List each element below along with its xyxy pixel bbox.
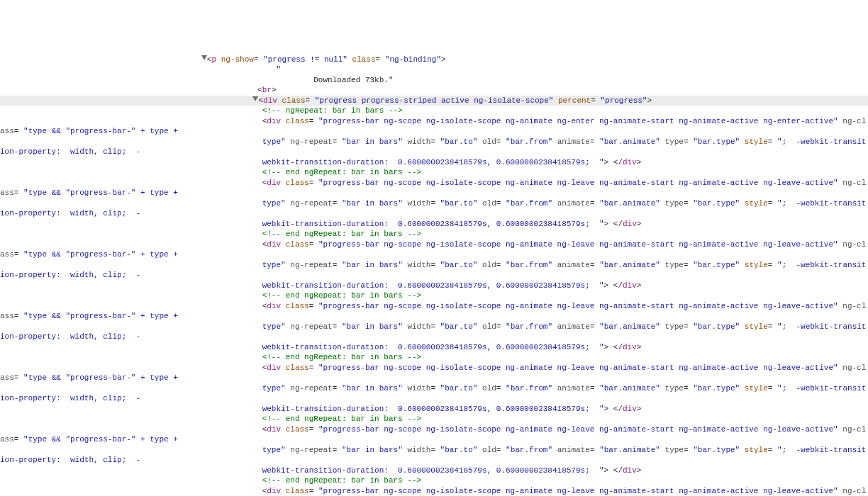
attr-value: webkit-transition-duration: 0.6000000238…	[262, 343, 604, 351]
attr-name: ng-repeat	[290, 261, 332, 269]
dom-tree-row[interactable]: <div class= "progress-bar ng-scope ng-is…	[0, 301, 868, 322]
dom-tree-row[interactable]: <div class= "progress-bar ng-scope ng-is…	[0, 424, 868, 445]
attr-name: width	[407, 322, 430, 331]
html-comment: <!-- end ngRepeat: bar in bars -->	[262, 415, 421, 423]
punct: =	[14, 312, 19, 320]
dom-tree-row[interactable]: <!-- end ngRepeat: bar in bars -->	[0, 291, 868, 301]
punct: =	[309, 487, 314, 495]
attr-value: type"	[262, 261, 286, 269]
dom-tree-row[interactable]: webkit-transition-duration: 0.6000000238…	[0, 157, 868, 168]
attr-value: +	[173, 435, 178, 444]
dom-tree-row[interactable]: <!-- end ngRepeat: bar in bars -->	[0, 352, 868, 363]
attr-value: "type && "progress-bar-" + type	[23, 312, 169, 320]
punct: =	[14, 188, 19, 197]
dom-tree-row[interactable]: <!-- end ngRepeat: bar in bars -->	[0, 229, 868, 239]
tag-name: div	[623, 405, 637, 413]
attr-value: "bar.animate"	[599, 322, 660, 331]
punct: =	[333, 137, 338, 146]
attr-value: "ng-binding"	[385, 55, 441, 64]
attr-name: width	[407, 384, 430, 393]
tag-name: div	[623, 343, 637, 351]
punct: =	[768, 322, 773, 331]
dom-tree-row[interactable]: <br>	[0, 85, 868, 96]
dom-tree-row[interactable]: webkit-transition-duration: 0.6000000238…	[0, 219, 868, 230]
punct: >	[604, 343, 609, 351]
dom-tree-row[interactable]: type" ng-repeat= "bar in bars" width= "b…	[0, 260, 868, 281]
dom-tree-row[interactable]: type" ng-repeat= "bar in bars" width= "b…	[0, 322, 868, 342]
attr-value: +	[173, 188, 178, 197]
punct: =	[590, 446, 595, 454]
attr-value: "bar.to"	[440, 199, 478, 208]
dom-tree-row[interactable]: <!-- end ngRepeat: bar in bars -->	[0, 475, 868, 486]
punct: >	[637, 220, 642, 228]
attr-value: "progress-bar ng-scope ng-isolate-scope …	[318, 363, 838, 372]
dom-tree-row[interactable]: <div class= "progress progress-striped a…	[0, 96, 868, 106]
attr-value: "bar.to"	[440, 446, 478, 454]
punct: =	[496, 446, 501, 454]
devtools-dom-tree[interactable]: <p ng-show= "progress != null" class= "n…	[0, 52, 868, 497]
dom-tree-row[interactable]: <div class= "progress-bar ng-scope ng-is…	[0, 239, 868, 260]
punct: =	[14, 373, 19, 382]
attr-value: "bar.animate"	[599, 261, 660, 269]
attr-value: "bar.from"	[506, 446, 552, 454]
dom-tree-row[interactable]: "	[0, 64, 868, 75]
attr-value: "bar.from"	[506, 137, 552, 146]
dom-tree-row[interactable]: <!-- end ngRepeat: bar in bars -->	[0, 167, 868, 178]
dom-tree-row[interactable]: <div class= "progress-bar ng-scope ng-is…	[0, 486, 868, 497]
punct: >	[647, 96, 652, 105]
dom-tree-row[interactable]: <div class= "progress-bar ng-scope ng-is…	[0, 363, 868, 383]
punct: >	[637, 405, 642, 413]
attr-value: "type && "progress-bar-" + type	[23, 250, 169, 259]
expand-triangle-icon[interactable]	[201, 55, 207, 60]
attr-value: "progress"	[600, 96, 647, 105]
attr-value: "bar.from"	[506, 261, 552, 269]
tag-name: div	[267, 363, 281, 372]
dom-tree-row[interactable]: <!-- ngRepeat: bar in bars -->	[0, 106, 868, 116]
punct: =	[684, 199, 689, 208]
dom-tree-row[interactable]: <p ng-show= "progress != null" class= "n…	[0, 55, 868, 65]
dom-tree-row[interactable]: webkit-transition-duration: 0.6000000238…	[0, 466, 868, 476]
attr-value: type"	[262, 199, 286, 208]
punct: >	[604, 466, 609, 475]
attr-value: +	[173, 127, 178, 135]
attr-value: "bar in bars"	[342, 137, 403, 146]
punct: </	[613, 158, 623, 167]
tag-name: div	[623, 466, 637, 475]
attr-name: type	[665, 322, 684, 331]
punct: <	[257, 86, 262, 94]
punct: >	[637, 343, 642, 351]
dom-tree-row[interactable]: <div class= "progress-bar ng-scope ng-is…	[0, 178, 868, 198]
punct: =	[309, 240, 314, 249]
text-node: Downloaded 73kb."	[239, 76, 394, 84]
dom-tree-row[interactable]: type" ng-repeat= "bar in bars" width= "b…	[0, 383, 868, 404]
dom-tree-row[interactable]: type" ng-repeat= "bar in bars" width= "b…	[0, 198, 868, 219]
attr-name: style	[745, 384, 768, 393]
punct: =	[333, 199, 338, 208]
dom-tree-row[interactable]: webkit-transition-duration: 0.6000000238…	[0, 342, 868, 353]
attr-value: webkit-transition-duration: 0.6000000238…	[262, 466, 604, 475]
attr-name: old	[482, 322, 496, 331]
punct: =	[333, 446, 338, 454]
attr-name: old	[482, 199, 496, 208]
dom-tree-row[interactable]: <!-- end ngRepeat: bar in bars -->	[0, 414, 868, 424]
punct: >	[604, 158, 609, 167]
punct: =	[309, 117, 314, 125]
attr-value: "bar.animate"	[599, 446, 660, 454]
dom-tree-row[interactable]: type" ng-repeat= "bar in bars" width= "b…	[0, 137, 868, 157]
attr-value: "bar.to"	[440, 322, 478, 331]
attr-name: class	[286, 302, 309, 310]
dom-tree-row[interactable]: <div class= "progress-bar ng-scope ng-is…	[0, 116, 868, 137]
punct: =	[684, 446, 689, 454]
attr-name: animate	[557, 322, 590, 331]
attr-name: style	[745, 446, 768, 454]
punct: =	[430, 446, 435, 454]
dom-tree-row[interactable]: webkit-transition-duration: 0.6000000238…	[0, 404, 868, 415]
dom-tree-row[interactable]: webkit-transition-duration: 0.6000000238…	[0, 281, 868, 291]
dom-tree-row[interactable]: Downloaded 73kb."	[0, 75, 868, 86]
attr-value: "bar.from"	[506, 322, 552, 331]
text-node: "	[239, 65, 281, 74]
dom-tree-row[interactable]: type" ng-repeat= "bar in bars" width= "b…	[0, 445, 868, 466]
attr-name: animate	[557, 261, 590, 269]
attr-value: "bar.from"	[506, 384, 552, 393]
attr-name: old	[482, 384, 496, 393]
